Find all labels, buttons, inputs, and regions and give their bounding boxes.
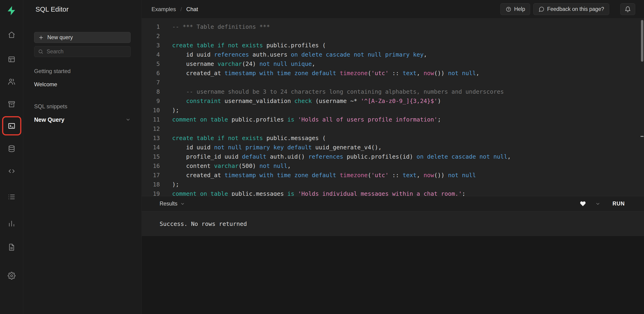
code-line: 7 xyxy=(142,78,644,87)
line-content: comment on table public.profiles is 'Hol… xyxy=(172,115,441,124)
line-content: created_at timestamp with time zone defa… xyxy=(172,171,476,180)
sidebar-item-label: New Query xyxy=(34,116,64,123)
line-number: 2 xyxy=(142,32,160,41)
run-button[interactable]: RUN xyxy=(612,200,625,207)
help-button[interactable]: Help xyxy=(500,3,530,15)
line-number: 12 xyxy=(142,124,160,134)
code-line: 1-- *** Table definitions *** xyxy=(142,22,644,32)
help-button-label: Help xyxy=(514,6,525,12)
breadcrumb-examples[interactable]: Examples xyxy=(152,6,176,12)
run-options-button[interactable] xyxy=(595,201,600,206)
sidebar-section: Getting startedWelcome xyxy=(34,66,130,90)
nav-logs-icon[interactable] xyxy=(5,240,18,254)
sidebar-item-welcome[interactable]: Welcome xyxy=(34,79,130,90)
sidebar: SQL Editor New query Getting startedWelc… xyxy=(23,0,142,314)
results-dropdown[interactable]: Results xyxy=(160,200,185,207)
line-number: 5 xyxy=(142,59,160,69)
line-number: 13 xyxy=(142,134,160,143)
line-number: 17 xyxy=(142,171,160,180)
code-line: 8 -- username should be 3 to 24 characte… xyxy=(142,87,644,96)
code-line: 13create table if not exists public.mess… xyxy=(142,134,644,143)
line-number: 15 xyxy=(142,152,160,162)
line-number: 11 xyxy=(142,115,160,124)
code-line: 12 xyxy=(142,124,644,134)
line-number: 8 xyxy=(142,87,160,96)
sidebar-section-label: Getting started xyxy=(34,66,130,76)
code-line: 3create table if not exists public.profi… xyxy=(142,41,644,50)
nav-sql-editor-icon[interactable] xyxy=(5,119,18,133)
line-number: 3 xyxy=(142,41,160,50)
status-message: Success. No rows returned xyxy=(160,220,247,227)
speech-bubble-icon xyxy=(538,6,544,12)
line-number: 6 xyxy=(142,69,160,78)
plus-icon xyxy=(38,34,44,40)
code-line: 5 username varchar(24) not null unique, xyxy=(142,59,644,69)
new-query-button-label: New query xyxy=(47,34,73,40)
results-dropdown-label: Results xyxy=(160,200,178,207)
results-panel: Success. No rows returned xyxy=(142,212,644,236)
editor-overview-marker xyxy=(640,136,644,137)
results-empty-area xyxy=(142,236,644,314)
line-content: comment on table public.messages is 'Hol… xyxy=(172,189,465,196)
notifications-button[interactable] xyxy=(620,3,635,15)
search-box xyxy=(34,46,130,57)
line-content: ); xyxy=(172,106,179,115)
nav-reports-icon[interactable] xyxy=(5,216,18,230)
line-content: content varchar(500) not null, xyxy=(172,162,291,171)
nav-edge-functions-icon[interactable] xyxy=(5,164,18,178)
app-root: SQL Editor New query Getting startedWelc… xyxy=(0,0,644,314)
main-area: Examples / Chat Help Feedback on this pa… xyxy=(142,0,644,314)
search-icon xyxy=(38,49,44,54)
page-title: SQL Editor xyxy=(36,6,69,13)
breadcrumb-separator: / xyxy=(180,6,182,12)
line-number: 9 xyxy=(142,96,160,106)
new-query-button[interactable]: New query xyxy=(34,32,130,43)
code-line: 18); xyxy=(142,180,644,189)
results-toolbar: Results RUN xyxy=(142,196,644,212)
nav-auth-icon[interactable] xyxy=(5,75,18,88)
line-content: id uuid references auth.users on delete … xyxy=(172,50,427,59)
line-content: created_at timestamp with time zone defa… xyxy=(172,69,480,78)
code-line: 19comment on table public.messages is 'H… xyxy=(142,189,644,196)
nav-table-editor-icon[interactable] xyxy=(5,52,18,66)
line-content: constraint username_validation check (us… xyxy=(172,96,441,106)
line-content: ); xyxy=(172,180,179,189)
code-line: 9 constraint username_validation check (… xyxy=(142,96,644,106)
bell-icon xyxy=(624,6,631,12)
search-input[interactable] xyxy=(47,48,127,55)
sidebar-section: SQL snippetsNew Query xyxy=(34,102,130,125)
nav-home-icon[interactable] xyxy=(5,28,18,42)
nav-storage-icon[interactable] xyxy=(5,97,18,111)
nav-rail xyxy=(0,0,23,314)
favorite-button[interactable] xyxy=(580,200,586,207)
breadcrumb-chat[interactable]: Chat xyxy=(186,6,198,12)
editor-scrollbar-thumb[interactable] xyxy=(641,20,643,62)
code-line: 16 content varchar(500) not null, xyxy=(142,162,644,171)
nav-advisors-icon[interactable] xyxy=(5,190,18,204)
sidebar-item-new-query[interactable]: New Query xyxy=(34,114,130,125)
code-line: 4 id uuid references auth.users on delet… xyxy=(142,50,644,59)
heart-icon xyxy=(580,200,586,207)
nav-settings-icon[interactable] xyxy=(5,269,18,283)
line-content: -- username should be 3 to 24 characters… xyxy=(172,87,504,96)
sidebar-header: SQL Editor xyxy=(23,0,142,18)
code-lines: 1-- *** Table definitions ***23create ta… xyxy=(142,22,644,196)
sql-code-editor[interactable]: 1-- *** Table definitions ***23create ta… xyxy=(142,18,644,196)
help-circle-icon xyxy=(506,6,512,12)
nav-database-icon[interactable] xyxy=(5,142,18,156)
feedback-button-label: Feedback on this page? xyxy=(547,6,604,12)
sidebar-item-label: Welcome xyxy=(34,81,57,88)
sidebar-sections: Getting startedWelcomeSQL snippetsNew Qu… xyxy=(34,66,130,125)
line-content: profile_id uuid default auth.uid() refer… xyxy=(172,152,511,162)
sidebar-body: New query Getting startedWelcomeSQL snip… xyxy=(23,18,142,125)
chevron-down-icon xyxy=(180,202,185,206)
feedback-button[interactable]: Feedback on this page? xyxy=(533,3,609,15)
line-content: username varchar(24) not null unique, xyxy=(172,59,315,69)
code-line: 11comment on table public.profiles is 'H… xyxy=(142,115,644,124)
code-line: 6 created_at timestamp with time zone de… xyxy=(142,69,644,78)
results-actions: RUN xyxy=(580,200,625,207)
line-number: 1 xyxy=(142,22,160,32)
supabase-logo-icon[interactable] xyxy=(6,5,17,16)
line-number: 16 xyxy=(142,162,160,171)
line-content: -- *** Table definitions *** xyxy=(172,22,270,32)
